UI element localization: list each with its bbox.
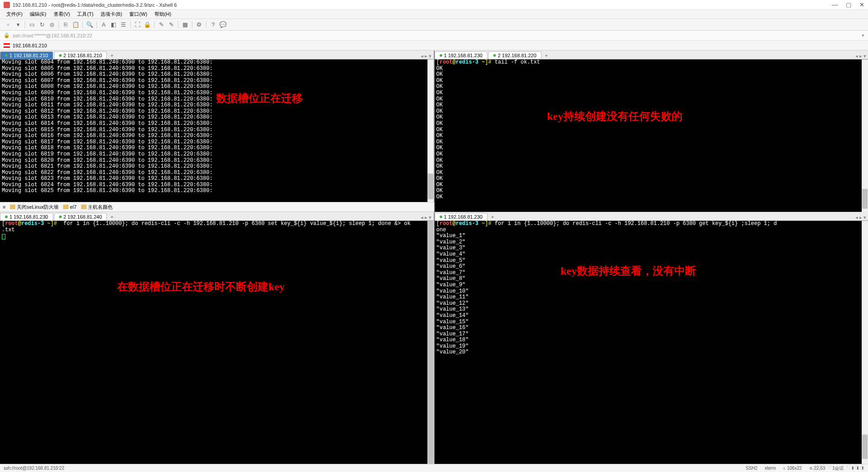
session-tab[interactable]: 2 192.168.81.240 [54,213,107,220]
tab-nav-br[interactable]: ◂ ▸ ▾ [855,215,868,220]
open-button[interactable]: ▭ [27,20,36,29]
session-tab[interactable]: 2 192.168.81.220 [488,51,541,59]
tab-nav-bl[interactable]: ◂ ▸ ▾ [421,215,433,220]
edit-file-button[interactable]: ✎ [167,20,176,29]
scrollbar[interactable] [427,221,434,464]
lock-button[interactable]: 🔒 [143,20,152,29]
new-file-button[interactable]: ✎ [157,20,166,29]
pane-top-right: 1 192.168.81.2302 192.168.81.220+◂ ▸ ▾ [… [434,50,868,212]
tab-nav-tl[interactable]: ◂ ▸ ▾ [421,53,433,59]
window-title: 192.168.81.210 - root@redis-1:/data/redi… [13,2,832,8]
copy-button[interactable]: ⎘ [61,20,70,29]
address-dropdown-icon[interactable]: ▾ [862,32,864,38]
pane-bottom-right: 1 192.168.81.230+◂ ▸ ▾ [root@redis-3 ~]#… [434,212,868,464]
fullscreen-button[interactable]: ⛶ [133,20,142,29]
quick-menu-icon[interactable]: ≡ [3,204,5,210]
add-tab-button[interactable]: + [108,213,116,220]
search-button[interactable]: 🔍 [85,20,94,29]
quick-item[interactable]: 主机名颜色 [81,204,113,211]
lock-icon: 🔒 [4,32,10,38]
maximize-button[interactable]: ▢ [846,1,851,8]
session-tab[interactable]: 1 192.168.81.210 [0,51,53,59]
close-button[interactable]: ✕ [859,1,864,8]
app-icon [4,2,10,8]
settings-button[interactable]: ⚙ [195,20,204,29]
profile-button[interactable]: ☰ [119,20,128,29]
scrollbar[interactable] [427,60,434,202]
status-term: xterm [764,466,776,471]
quick-item[interactable]: el7 [63,204,77,210]
terminal-bl[interactable]: [root@redis-3 ~]# for i in {1..10000}; d… [0,221,434,464]
session-tab[interactable]: 1 192.168.81.230 [435,213,488,220]
tab-strip-br: 1 192.168.81.230+◂ ▸ ▾ [435,212,868,221]
menu-item[interactable]: 帮助(H) [152,10,174,18]
terminal-br[interactable]: [root@redis-3 ~]# for i in {1..10000}; d… [435,221,868,464]
session-tab[interactable]: 2 192.168.81.210 [54,51,107,59]
pane-top-left: 1 192.168.81.2102 192.168.81.210+◂ ▸ ▾ M… [0,50,434,202]
paste-button[interactable]: 📋 [71,20,80,29]
terminal-tr[interactable]: [root@redis-3 ~]# tail -f ok.txt OK OK O… [435,60,868,212]
add-tab-button[interactable]: + [108,52,116,59]
menu-item[interactable]: 文件(F) [4,10,25,18]
scrollbar[interactable] [862,60,868,212]
menu-bar: 文件(F)编辑(E)查看(V)工具(T)选项卡(B)窗口(W)帮助(H) [0,10,868,19]
session-bar: 192.168.81.210 [0,41,868,50]
add-tab-button[interactable]: + [542,52,550,59]
quick-item[interactable]: 关闭seLinux防火墙 [10,204,59,211]
tab-strip-tr: 1 192.168.81.2302 192.168.81.220+◂ ▸ ▾ [435,50,868,60]
session-tab[interactable]: 1 192.168.81.230 [0,213,53,220]
window-controls: — ▢ ✕ [832,1,864,8]
panes-grid: 1 192.168.81.2102 192.168.81.210+◂ ▸ ▾ M… [0,50,868,464]
watermark: CSDN ☁ 亿速云 [816,463,864,471]
dropdown-button[interactable]: ▾ [14,20,23,29]
pane-bottom-left: 1 192.168.81.2302 192.168.81.240+◂ ▸ ▾ [… [0,212,434,464]
menu-item[interactable]: 工具(T) [74,10,96,18]
address-bar[interactable]: 🔒 ssh://root:******@192.168.81.210:22 ▾ [0,31,868,41]
status-ssh: SSH2 [745,466,757,471]
status-size: ⟐ 106x22 [783,466,802,471]
tab-strip-bl: 1 192.168.81.2302 192.168.81.240+◂ ▸ ▾ [0,212,434,221]
add-tab-button[interactable]: + [488,213,496,220]
reconnect-button[interactable]: ↻ [37,20,46,29]
scrollbar[interactable] [862,221,868,464]
toolbar: ▫ ▾ ▭ ↻ ⊘ ⎘ 📋 🔍 A ◧ ☰ ⛶ 🔒 ✎ ✎ ▦ ⚙ ? 💬 [0,19,868,31]
font-button[interactable]: A [99,20,108,29]
help-button[interactable]: ? [209,20,218,29]
status-left: ssh://root@192.168.81.210:22 [4,466,64,471]
tile-button[interactable]: ▦ [181,20,190,29]
disconnect-button[interactable]: ⊘ [47,20,56,29]
new-session-button[interactable]: ▫ [4,20,13,29]
session-tab[interactable]: 1 192.168.81.230 [435,51,488,59]
color-button[interactable]: ◧ [109,20,118,29]
menu-item[interactable]: 窗口(W) [127,10,150,18]
minimize-button[interactable]: — [832,1,838,8]
menu-item[interactable]: 编辑(E) [27,10,49,18]
terminal-tl[interactable]: Moving slot 6804 from 192.168.81.240:639… [0,60,434,202]
session-flag-icon [4,43,10,48]
menu-item[interactable]: 选项卡(B) [98,10,125,18]
tab-strip-tl: 1 192.168.81.2102 192.168.81.210+◂ ▸ ▾ [0,50,434,60]
status-bar: ssh://root@192.168.81.210:22 SSH2 xterm … [0,464,868,472]
title-bar: 192.168.81.210 - root@redis-1:/data/redi… [0,0,868,10]
address-text: ssh://root:******@192.168.81.210:22 [13,33,92,38]
quick-commands-bar: ≡ 关闭seLinux防火墙 el7 主机名颜色 [0,202,434,212]
chat-button[interactable]: 💬 [218,20,227,29]
tab-nav-tr[interactable]: ◂ ▸ ▾ [855,53,868,59]
menu-item[interactable]: 查看(V) [51,10,73,18]
session-name[interactable]: 192.168.81.210 [13,43,47,48]
